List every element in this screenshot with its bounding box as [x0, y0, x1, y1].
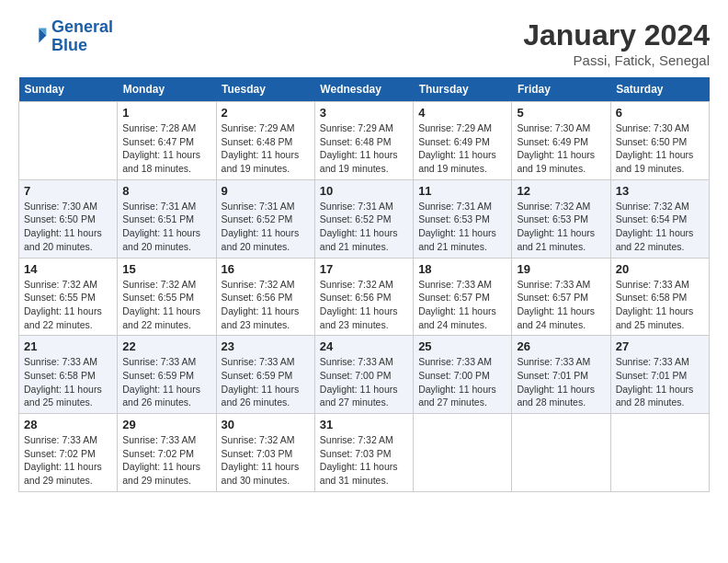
calendar-day: 24Sunrise: 7:33 AMSunset: 7:00 PMDayligh… — [314, 336, 413, 414]
day-number: 11 — [418, 184, 506, 198]
weekday-header-sunday: Sunday — [19, 77, 118, 102]
day-number: 6 — [616, 106, 704, 120]
day-number: 18 — [418, 262, 506, 276]
calendar-day — [610, 414, 709, 492]
day-number: 19 — [517, 262, 605, 276]
logo-line1: General — [51, 17, 113, 36]
day-info: Sunrise: 7:29 AMSunset: 6:48 PMDaylight:… — [222, 121, 310, 176]
day-number: 12 — [517, 184, 605, 198]
day-number: 23 — [222, 339, 310, 353]
calendar-day: 29Sunrise: 7:33 AMSunset: 7:02 PMDayligh… — [118, 414, 216, 492]
day-info: Sunrise: 7:33 AMSunset: 6:58 PMDaylight:… — [616, 278, 704, 332]
weekday-header-thursday: Thursday — [414, 77, 512, 102]
day-info: Sunrise: 7:33 AMSunset: 7:01 PMDaylight:… — [616, 355, 704, 409]
day-number: 8 — [122, 184, 210, 198]
calendar-day — [19, 102, 118, 180]
calendar-day: 4Sunrise: 7:29 AMSunset: 6:49 PMDaylight… — [414, 102, 512, 180]
calendar-day: 12Sunrise: 7:32 AMSunset: 6:53 PMDayligh… — [512, 179, 610, 258]
calendar-day: 11Sunrise: 7:31 AMSunset: 6:53 PMDayligh… — [414, 179, 512, 258]
day-info: Sunrise: 7:33 AMSunset: 7:00 PMDaylight:… — [418, 355, 506, 409]
calendar-day — [512, 414, 610, 492]
page-header: General Blue January 2024 Passi, Fatick,… — [18, 18, 710, 68]
calendar-day: 1Sunrise: 7:28 AMSunset: 6:47 PMDaylight… — [118, 102, 216, 180]
day-number: 10 — [320, 184, 408, 198]
day-info: Sunrise: 7:33 AMSunset: 7:02 PMDaylight:… — [24, 433, 112, 488]
day-info: Sunrise: 7:29 AMSunset: 6:49 PMDaylight:… — [418, 121, 506, 176]
day-number: 13 — [616, 184, 704, 198]
calendar-day: 26Sunrise: 7:33 AMSunset: 7:01 PMDayligh… — [512, 336, 610, 414]
day-info: Sunrise: 7:33 AMSunset: 7:00 PMDaylight:… — [320, 355, 408, 409]
calendar-week-3: 14Sunrise: 7:32 AMSunset: 6:55 PMDayligh… — [19, 258, 710, 336]
calendar-day: 27Sunrise: 7:33 AMSunset: 7:01 PMDayligh… — [610, 336, 709, 414]
calendar-day: 5Sunrise: 7:30 AMSunset: 6:49 PMDaylight… — [512, 102, 610, 180]
calendar-day: 9Sunrise: 7:31 AMSunset: 6:52 PMDaylight… — [216, 179, 314, 258]
day-info: Sunrise: 7:33 AMSunset: 6:59 PMDaylight:… — [122, 355, 210, 409]
calendar-day: 15Sunrise: 7:32 AMSunset: 6:55 PMDayligh… — [118, 258, 216, 336]
day-number: 26 — [517, 339, 605, 353]
calendar-day: 17Sunrise: 7:32 AMSunset: 6:56 PMDayligh… — [314, 258, 413, 336]
calendar-week-1: 1Sunrise: 7:28 AMSunset: 6:47 PMDaylight… — [19, 102, 710, 180]
day-info: Sunrise: 7:29 AMSunset: 6:48 PMDaylight:… — [320, 121, 408, 176]
logo-line2: Blue — [51, 36, 87, 54]
day-number: 29 — [122, 418, 210, 431]
weekday-header-row: SundayMondayTuesdayWednesdayThursdayFrid… — [19, 77, 710, 102]
day-info: Sunrise: 7:33 AMSunset: 7:02 PMDaylight:… — [122, 433, 210, 488]
title-block: January 2024 Passi, Fatick, Senegal — [523, 18, 710, 68]
day-number: 16 — [222, 262, 310, 276]
day-number: 9 — [222, 184, 310, 198]
day-info: Sunrise: 7:33 AMSunset: 6:57 PMDaylight:… — [418, 278, 506, 332]
day-number: 28 — [24, 418, 112, 431]
calendar-day: 14Sunrise: 7:32 AMSunset: 6:55 PMDayligh… — [19, 258, 118, 336]
day-number: 31 — [320, 418, 408, 431]
calendar-week-2: 7Sunrise: 7:30 AMSunset: 6:50 PMDaylight… — [19, 179, 710, 258]
logo-icon — [18, 22, 48, 52]
calendar-day: 2Sunrise: 7:29 AMSunset: 6:48 PMDaylight… — [216, 102, 314, 180]
day-number: 24 — [320, 339, 408, 353]
calendar-day: 18Sunrise: 7:33 AMSunset: 6:57 PMDayligh… — [414, 258, 512, 336]
day-number: 22 — [122, 339, 210, 353]
calendar-day: 8Sunrise: 7:31 AMSunset: 6:51 PMDaylight… — [118, 179, 216, 258]
weekday-header-saturday: Saturday — [610, 77, 709, 102]
calendar-day: 25Sunrise: 7:33 AMSunset: 7:00 PMDayligh… — [414, 336, 512, 414]
calendar-week-5: 28Sunrise: 7:33 AMSunset: 7:02 PMDayligh… — [19, 414, 710, 492]
calendar-body: 1Sunrise: 7:28 AMSunset: 6:47 PMDaylight… — [19, 102, 710, 492]
calendar-day: 6Sunrise: 7:30 AMSunset: 6:50 PMDaylight… — [610, 102, 709, 180]
day-number: 2 — [222, 106, 310, 120]
weekday-header-wednesday: Wednesday — [314, 77, 413, 102]
day-number: 21 — [24, 339, 112, 353]
calendar-location: Passi, Fatick, Senegal — [523, 52, 710, 68]
calendar-day: 21Sunrise: 7:33 AMSunset: 6:58 PMDayligh… — [19, 336, 118, 414]
calendar-day: 31Sunrise: 7:32 AMSunset: 7:03 PMDayligh… — [314, 414, 413, 492]
day-info: Sunrise: 7:32 AMSunset: 6:54 PMDaylight:… — [616, 200, 704, 254]
day-number: 15 — [122, 262, 210, 276]
day-info: Sunrise: 7:33 AMSunset: 6:59 PMDaylight:… — [222, 355, 310, 409]
day-info: Sunrise: 7:32 AMSunset: 6:56 PMDaylight:… — [222, 278, 310, 332]
calendar-title: January 2024 — [523, 18, 710, 52]
calendar-day: 13Sunrise: 7:32 AMSunset: 6:54 PMDayligh… — [610, 179, 709, 258]
day-info: Sunrise: 7:30 AMSunset: 6:50 PMDaylight:… — [616, 121, 704, 176]
calendar-day: 28Sunrise: 7:33 AMSunset: 7:02 PMDayligh… — [19, 414, 118, 492]
day-info: Sunrise: 7:32 AMSunset: 6:53 PMDaylight:… — [517, 200, 605, 254]
calendar-day: 7Sunrise: 7:30 AMSunset: 6:50 PMDaylight… — [19, 179, 118, 258]
day-info: Sunrise: 7:33 AMSunset: 7:01 PMDaylight:… — [517, 355, 605, 409]
day-info: Sunrise: 7:28 AMSunset: 6:47 PMDaylight:… — [122, 121, 210, 176]
day-number: 17 — [320, 262, 408, 276]
day-info: Sunrise: 7:31 AMSunset: 6:51 PMDaylight:… — [122, 200, 210, 254]
calendar-day: 20Sunrise: 7:33 AMSunset: 6:58 PMDayligh… — [610, 258, 709, 336]
day-info: Sunrise: 7:33 AMSunset: 6:57 PMDaylight:… — [517, 278, 605, 332]
day-info: Sunrise: 7:32 AMSunset: 7:03 PMDaylight:… — [222, 433, 310, 488]
day-info: Sunrise: 7:31 AMSunset: 6:52 PMDaylight:… — [222, 200, 310, 254]
calendar-day: 3Sunrise: 7:29 AMSunset: 6:48 PMDaylight… — [314, 102, 413, 180]
weekday-header-friday: Friday — [512, 77, 610, 102]
day-info: Sunrise: 7:30 AMSunset: 6:50 PMDaylight:… — [24, 200, 112, 254]
day-number: 30 — [222, 418, 310, 431]
calendar-day: 16Sunrise: 7:32 AMSunset: 6:56 PMDayligh… — [216, 258, 314, 336]
day-info: Sunrise: 7:32 AMSunset: 6:55 PMDaylight:… — [24, 278, 112, 332]
day-info: Sunrise: 7:32 AMSunset: 7:03 PMDaylight:… — [320, 433, 408, 488]
day-number: 20 — [616, 262, 704, 276]
calendar-day: 23Sunrise: 7:33 AMSunset: 6:59 PMDayligh… — [216, 336, 314, 414]
day-number: 27 — [616, 339, 704, 353]
day-info: Sunrise: 7:32 AMSunset: 6:56 PMDaylight:… — [320, 278, 408, 332]
day-number: 1 — [122, 106, 210, 120]
weekday-header-tuesday: Tuesday — [216, 77, 314, 102]
